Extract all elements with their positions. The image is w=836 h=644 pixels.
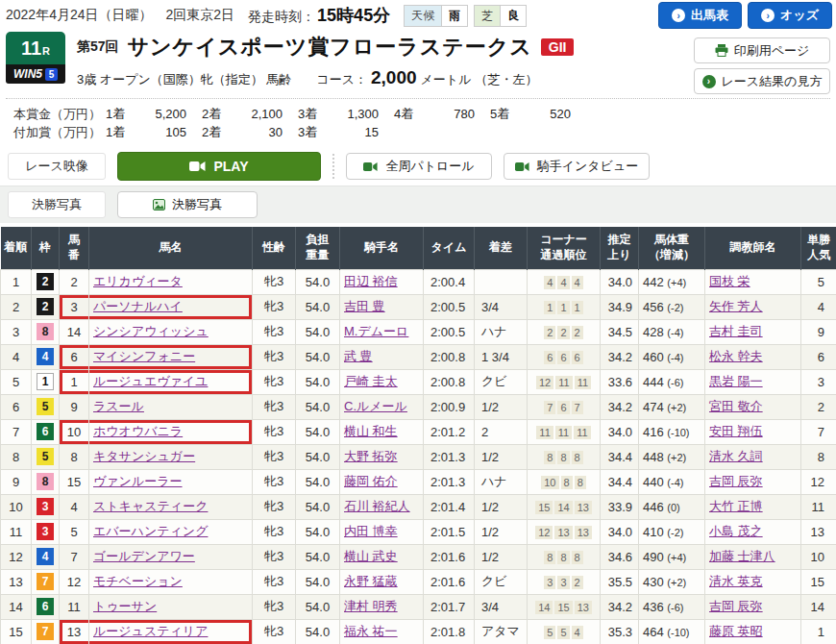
horse-name-link[interactable]: ルージュスティリア [93,624,208,638]
jockey-link[interactable]: 藤岡 佑介 [344,474,398,488]
finish-photo-button[interactable]: 決勝写真 [117,191,258,218]
horse-name-link[interactable]: モチベーション [93,574,183,588]
jockey-link[interactable]: 津村 明秀 [344,599,398,613]
jockey-link[interactable]: 横山 和生 [344,424,398,438]
trainer-link[interactable]: 吉村 圭司 [709,324,763,338]
margin: クビ [475,369,528,394]
result-guide-button[interactable]: › レース結果の見方 [694,68,830,94]
jockey-link[interactable]: 福永 祐一 [344,624,398,638]
finish-photo-label: 決勝写真 [8,191,106,218]
frame-cell: 6 [32,419,60,444]
corner-position: 4 [572,626,583,639]
odds-button[interactable]: ›オッズ [748,2,832,29]
entries-button[interactable]: ›出馬表 [658,2,742,29]
horse-name-link[interactable]: ストキャスティーク [93,499,208,513]
carried-weight: 54.0 [296,619,340,644]
body-weight: 416 (-10) [639,419,705,444]
horse-name-link[interactable]: シンシアウィッシュ [93,324,209,338]
sex-age: 牝3 [253,344,296,369]
trainer-link[interactable]: 黒岩 陽一 [709,374,763,388]
top-actions: ›出馬表 ›オッズ [658,2,832,29]
print-page-button[interactable]: 印刷用ページ [694,37,830,63]
trainer-link[interactable]: 吉岡 辰弥 [709,474,763,488]
finish-time: 2:00.5 [424,294,475,319]
jockey-link[interactable]: 永野 猛蔵 [344,574,398,588]
frame-badge: 3 [37,498,54,515]
horse-name-link[interactable]: パーソナルハイ [93,299,183,313]
turf-value: 良 [500,5,527,27]
jockey-interview-button[interactable]: 騎手インタビュー [504,153,650,180]
jockey-link[interactable]: C.ルメール [344,399,407,413]
win-popularity: 9 [801,319,836,344]
col-header-weight: 負担 重量 [296,227,340,269]
horse-name-link[interactable]: エリカヴィータ [93,274,183,288]
trainer-link[interactable]: 安田 翔伍 [709,424,763,438]
corner-position: 8 [544,551,555,564]
carried-weight: 54.0 [296,269,340,294]
horse-name-link[interactable]: トゥーサン [93,599,157,613]
trainer-link[interactable]: 加藤 士津八 [709,549,775,563]
prize-row: 本賞金（万円）1着5,2002着2,1003着1,3004着7805着520 [13,105,823,123]
trainer-link[interactable]: 矢作 芳人 [709,299,763,313]
result-row: 1034ストキャスティーク牝354.0石川 裕紀人2:01.41/2151413… [1,494,836,519]
trainer-cell: 安田 翔伍 [705,419,801,444]
jockey-link[interactable]: M.デムーロ [344,324,408,338]
jockey-link[interactable]: 大野 拓弥 [344,449,398,463]
trainer-link[interactable]: 清水 英克 [709,574,763,588]
jockey-link[interactable]: 内田 博幸 [344,524,398,538]
arrow-icon: › [702,75,716,88]
trainer-cell: 宮田 敬介 [705,394,801,419]
finish-time: 2:01.4 [424,494,475,519]
horse-number: 9 [60,394,89,419]
play-button[interactable]: PLAY [117,152,321,181]
carried-weight: 54.0 [296,344,340,369]
horse-name-link[interactable]: エバーハンティング [93,524,208,538]
horse-name-link[interactable]: ヴァンルーラー [93,474,183,488]
last-3f: 34.9 [601,294,639,319]
jockey-link[interactable]: 横山 武史 [344,549,398,563]
jockey-link[interactable]: 戸崎 圭太 [344,374,398,388]
horse-name-link[interactable]: マイシンフォニー [93,349,195,363]
corner-position: 11 [555,376,572,389]
corner-positions: 1088 [528,469,601,494]
result-row: 223パーソナルハイ牝354.0吉田 豊2:00.53/411134.9456 … [1,294,836,319]
jockey-cell: 田辺 裕信 [340,269,424,294]
race-title: サンケイスポーツ賞フローラステークス [128,33,532,62]
trainer-link[interactable]: 宮田 敬介 [709,399,763,413]
patrol-video-button[interactable]: 全周パトロール [346,153,492,180]
race-date: 2022年4月24日（日曜） [6,7,153,24]
trainer-link[interactable]: 大竹 正博 [709,499,763,513]
trainer-link[interactable]: 松永 幹夫 [709,349,763,363]
last-3f: 34.2 [601,394,639,419]
finish-position: 8 [1,444,32,469]
jockey-link[interactable]: 武 豊 [344,349,373,363]
finish-time: 2:00.9 [424,394,475,419]
jockey-link[interactable]: 吉田 豊 [344,299,385,313]
finish-photo-row: 決勝写真 決勝写真 [0,186,836,223]
trainer-link[interactable]: 小島 茂之 [709,524,763,538]
corner-positions: 121111 [528,369,601,394]
prize-amount: 520 [521,105,571,123]
col-header-popularity: 単勝 人気 [801,227,836,269]
last-3f: 34.2 [601,344,639,369]
jockey-link[interactable]: 石川 裕紀人 [344,499,410,513]
carried-weight: 54.0 [296,294,340,319]
horse-name-link[interactable]: ホウオウバニラ [93,424,183,438]
horse-name-link[interactable]: ゴールデンアワー [93,549,195,563]
margin: ハナ [475,469,528,494]
trainer-link[interactable]: 国枝 栄 [709,274,750,288]
jockey-link[interactable]: 田辺 裕信 [344,274,398,288]
margin: 1/2 [475,544,528,569]
trainer-link[interactable]: 藤原 英昭 [709,624,763,638]
prize-place: 3着 [298,123,329,141]
corner-position: 14 [554,501,572,514]
horse-name-link[interactable]: キタサンシュガー [93,449,195,463]
last-3f: 33.9 [601,494,639,519]
horse-name-link[interactable]: ラスール [93,399,144,413]
sex-age: 牝3 [253,594,296,619]
horse-number: 5 [60,519,89,544]
trainer-link[interactable]: 吉岡 辰弥 [709,599,763,613]
topbar: 2022年4月24日（日曜） 2回東京2日 発走時刻：15時45分 天候雨 芝良… [0,0,836,31]
horse-name-link[interactable]: ルージュエヴァイユ [93,374,208,388]
trainer-link[interactable]: 清水 久詞 [709,449,763,463]
